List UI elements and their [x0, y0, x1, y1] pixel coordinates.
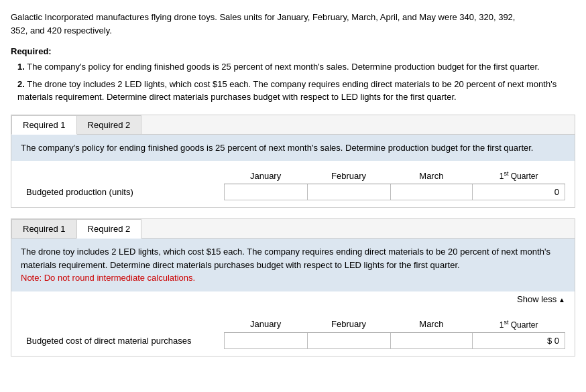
section1-description: The company's policy for ending finished…: [11, 135, 575, 161]
required-heading: Required:: [11, 46, 575, 56]
section2-table-area: January February March 1st Quarter Budge…: [11, 310, 575, 356]
section2-description: The drone toy includes 2 LED lights, whi…: [11, 239, 575, 291]
intro-paragraph: Galactic Incorporated manufactures flyin…: [11, 11, 575, 37]
section2-march-input[interactable]: [416, 334, 469, 347]
section1-col-quarter: 1st Quarter: [473, 168, 565, 184]
section1-table: January February March 1st Quarter Budge…: [21, 168, 565, 200]
section1-january-input[interactable]: [251, 186, 304, 198]
intro-line1: Galactic Incorporated manufactures flyin…: [11, 12, 515, 22]
requirements-list: 1. The company's policy for ending finis…: [17, 60, 575, 104]
section1-quarter-value: 0: [473, 184, 565, 200]
section1-march-input-cell[interactable]: [390, 184, 473, 200]
table-row: Budgeted production (units) 0: [21, 184, 565, 200]
intro-line2: 352, and 420 respectively.: [11, 25, 112, 36]
requirement-2: 2. The drone toy includes 2 LED lights, …: [17, 78, 575, 104]
section1-january-input-cell[interactable]: [224, 184, 307, 200]
section2-col-label-header: [21, 316, 224, 333]
show-less-container: Show less ▲: [11, 291, 575, 310]
section1-row-label: Budgeted production (units): [21, 184, 224, 200]
req2-num: 2.: [17, 79, 25, 89]
section2-row-label: Budgeted cost of direct material purchas…: [21, 332, 224, 348]
requirement-1: 1. The company's policy for ending finis…: [17, 60, 575, 74]
section2-tabs: Required 1 Required 2: [11, 219, 575, 239]
section1-col-january: January: [224, 168, 307, 184]
section1-col-label-header: [21, 168, 224, 184]
section2-february-input[interactable]: [334, 334, 388, 347]
req1-text: The company's policy for ending finished…: [27, 62, 539, 72]
tab-required1-s2[interactable]: Required 1: [11, 219, 77, 238]
section2-dollar-sign: $: [547, 336, 552, 346]
section2-note: Note: Do not round intermediate calculat…: [21, 273, 195, 283]
tab-required2-s2[interactable]: Required 2: [76, 219, 142, 239]
section2-quarter-value: $ 0: [473, 332, 565, 348]
section1-february-input[interactable]: [334, 186, 388, 198]
show-less-label: Show less: [517, 294, 556, 304]
section2-january-input[interactable]: [251, 334, 304, 347]
req1-num: 1.: [17, 62, 25, 72]
section1-february-input-cell[interactable]: [307, 184, 390, 200]
section1-col-february: February: [307, 168, 390, 184]
section2-col-quarter: 1st Quarter: [473, 316, 565, 333]
section2-col-february: February: [307, 316, 390, 333]
section1-table-area: January February March 1st Quarter Budge…: [11, 161, 575, 207]
section1-desc-text: The company's policy for ending finished…: [21, 143, 533, 153]
section2-march-input-cell[interactable]: [390, 332, 473, 348]
req2-text: The drone toy includes 2 LED lights, whi…: [17, 79, 556, 103]
section2-february-input-cell[interactable]: [307, 332, 390, 348]
table-row: Budgeted cost of direct material purchas…: [21, 332, 565, 348]
section2-desc-text: The drone toy includes 2 LED lights, whi…: [21, 247, 550, 270]
show-less-arrow: ▲: [556, 296, 565, 304]
section2-col-march: March: [390, 316, 473, 333]
tab-required1-s1[interactable]: Required 1: [11, 115, 77, 135]
section1-col-march: March: [390, 168, 473, 184]
section1-tabs: Required 1 Required 2: [11, 115, 575, 135]
section2-col-january: January: [224, 316, 307, 333]
show-less-button[interactable]: Show less ▲: [517, 294, 565, 304]
section2-table: January February March 1st Quarter Budge…: [21, 316, 565, 349]
section1-march-input[interactable]: [416, 186, 469, 198]
section1-box: Required 1 Required 2 The company's poli…: [11, 115, 575, 208]
section2-january-input-cell[interactable]: [224, 332, 307, 348]
section2-quarter-num: 0: [554, 336, 559, 346]
tab-required2-s1[interactable]: Required 2: [76, 115, 142, 134]
section2-box: Required 1 Required 2 The drone toy incl…: [11, 218, 575, 356]
